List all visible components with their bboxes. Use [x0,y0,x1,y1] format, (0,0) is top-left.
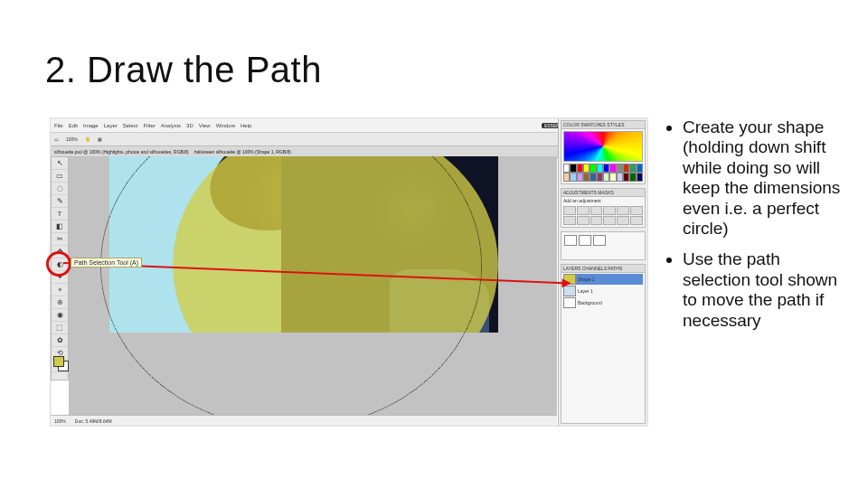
adjustment-icon[interactable] [630,206,643,215]
preset-icon[interactable] [564,235,577,246]
menu-item[interactable]: Filter [143,123,155,128]
document-tab[interactable]: silhouette.psd @ 100% (Highlights, photo… [54,149,189,155]
menu-item[interactable]: File [54,123,63,128]
bullet-item: Create your shape (holding down shift wh… [683,117,843,239]
menu-item[interactable]: Help [241,123,251,128]
callout-circle [46,251,71,277]
layer-row[interactable]: Layer 1 [563,286,643,296]
adjustment-icon[interactable] [577,216,590,225]
menu-item[interactable]: 3D [186,123,193,128]
layer-row[interactable]: Background [563,297,643,308]
swatches-grid[interactable] [563,164,643,182]
layer-thumb-icon [563,297,576,308]
path-selection-tool-icon[interactable]: ⊕ [52,296,68,309]
misc-panel[interactable] [561,231,646,260]
view-icon[interactable]: ▦ [98,136,102,142]
menu-item[interactable]: Analysis [161,123,181,128]
menu-item[interactable]: Image [83,123,99,128]
wand-tool-icon[interactable]: ✎ [52,195,68,208]
layer-name: Background [578,300,602,305]
color-wheel-icon[interactable] [563,131,643,162]
type-tool-icon[interactable]: ⬚ [52,322,68,334]
options-zoom[interactable]: 100% [66,136,78,142]
menu-item[interactable]: Window [216,123,235,128]
slide-title: 2. Draw the Path [45,50,322,90]
photoshop-screenshot: File Edit Image Layer Select Filter Anal… [50,117,648,427]
adjustment-icon[interactable] [617,206,629,215]
adjustment-icon[interactable] [630,216,643,225]
layer-name: Shape 1 [578,277,595,282]
adjustment-icon[interactable] [603,206,616,215]
bullet-list: Create your shape (holding down shift wh… [666,117,843,427]
tool-tooltip: Path Selection Tool (A) [71,258,142,267]
adjustment-icon[interactable] [590,206,603,215]
menu-item[interactable]: View [199,123,211,128]
color-panel[interactable]: COLOR SWATCHES STYLES [561,120,646,184]
gradient-tool-icon[interactable]: ⌖ [52,284,68,296]
menu-item[interactable]: Edit [69,123,78,128]
foreground-color-swatch[interactable] [53,356,64,367]
adjustment-icon[interactable] [563,206,576,215]
status-bar: 100% Doc: 5.49M/8.64M [51,415,557,426]
marquee-tool-icon[interactable]: ▭ [52,170,68,183]
adjustment-icon[interactable] [617,216,629,225]
menu-item[interactable]: Select [123,123,138,128]
adjustment-icon[interactable] [577,206,590,215]
adjustment-icon[interactable] [603,216,616,225]
panel-header: COLOR SWATCHES STYLES [561,121,645,129]
shape-tool-icon[interactable]: ✿ [52,334,68,347]
preset-icon[interactable] [593,235,606,246]
layers-panel[interactable]: LAYERS CHANNELS PATHS Shape 1 Layer 1 Ba… [561,264,646,424]
crop-tool-icon[interactable]: T [52,208,68,221]
adjustment-icon[interactable] [563,216,576,225]
menu-item[interactable]: Layer [104,123,118,128]
adjustment-icon[interactable] [590,216,603,225]
eyedropper-tool-icon[interactable]: ◧ [52,221,68,233]
tool-preset-icon[interactable]: ▭ [54,136,59,142]
hand-icon[interactable]: ✋ [85,136,90,142]
document-tab[interactable]: halloween silhouette @ 100% (Shape 1, RG… [194,149,291,155]
bullet-item: Use the path selection tool shown to mov… [683,249,843,331]
pen-tool-icon[interactable]: ◉ [52,309,68,322]
layer-row[interactable]: Shape 1 [563,274,643,285]
heal-tool-icon[interactable]: ✂ [52,233,68,246]
panel-header: LAYERS CHANNELS PATHS [561,265,645,273]
workspace-area [69,156,557,415]
ellipse-path-outline[interactable] [100,156,482,415]
status-zoom[interactable]: 100% [54,418,66,424]
panel-subtext: Add an adjustment [561,197,645,204]
adjustments-panel[interactable]: ADJUSTMENTS MASKS Add an adjustment [561,188,646,228]
slide-content: File Edit Image Layer Select Filter Anal… [50,117,843,427]
panel-header: ADJUSTMENTS MASKS [561,189,645,197]
layer-name: Layer 1 [578,288,593,294]
preset-icon[interactable] [579,235,591,246]
panel-dock: COLOR SWATCHES STYLES ADJUSTMENTS MASKS … [558,118,647,426]
status-docsize: Doc: 5.49M/8.64M [75,418,112,424]
move-tool-icon[interactable]: ↖ [52,157,68,170]
lasso-tool-icon[interactable]: ◌ [52,183,68,195]
